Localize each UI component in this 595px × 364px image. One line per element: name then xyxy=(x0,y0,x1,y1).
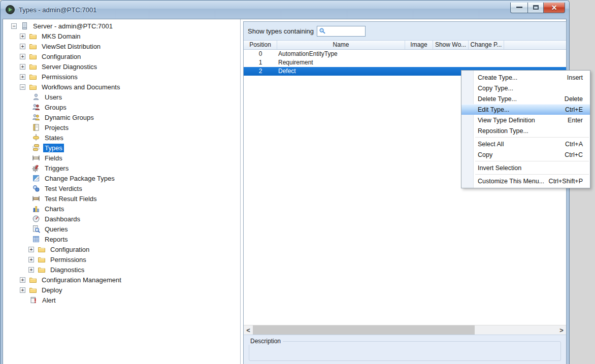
expand-toggle-icon[interactable]: + xyxy=(20,54,25,59)
cell xyxy=(433,58,469,67)
column-header-name[interactable]: Name xyxy=(277,41,405,49)
expand-toggle-icon[interactable]: + xyxy=(20,74,25,80)
tree-item-label: Change Package Types xyxy=(43,174,116,183)
minimize-icon xyxy=(516,7,522,8)
menu-item-copy-type[interactable]: Copy Type... xyxy=(461,83,590,93)
tree-item-label: Server Diagnostics xyxy=(40,62,98,71)
tree-item-reports[interactable]: Reports xyxy=(3,234,240,244)
test-result-fields-icon xyxy=(32,194,40,203)
expand-toggle-icon[interactable]: + xyxy=(28,247,34,252)
column-header-change-p[interactable]: Change P... xyxy=(469,41,504,49)
tree-item-mks-domain[interactable]: +MKS Domain xyxy=(3,31,240,41)
menu-item-delete-type[interactable]: Delete Type...Delete xyxy=(461,93,590,104)
tree-item-permissions[interactable]: +Permissions xyxy=(3,254,240,264)
tree-item-test-verdicts[interactable]: Test Verdicts xyxy=(3,183,240,193)
expand-toggle-icon[interactable]: + xyxy=(20,277,25,283)
expand-toggle-icon[interactable]: + xyxy=(20,287,25,293)
column-header-show-wo[interactable]: Show Wo... xyxy=(433,41,469,49)
menu-item-edit-type[interactable]: Edit Type...Ctrl+E xyxy=(461,104,590,115)
tree-item-fields[interactable]: Fields xyxy=(3,153,240,163)
tree-item-dynamic-groups[interactable]: Dynamic Groups xyxy=(3,112,240,122)
search-box[interactable] xyxy=(317,26,366,37)
menu-item-label: Create Type... xyxy=(478,74,567,81)
table-row-requirement[interactable]: 1Requirement xyxy=(244,58,566,67)
tree-item-configuration[interactable]: +Configuration xyxy=(3,244,240,254)
horizontal-scrollbar[interactable]: < > xyxy=(244,325,566,335)
expand-toggle-icon[interactable]: + xyxy=(20,44,25,49)
tree-item-states[interactable]: States xyxy=(3,133,240,143)
menu-item-reposition-type[interactable]: Reposition Type... xyxy=(461,125,590,136)
change-package-types-icon xyxy=(32,174,40,182)
scroll-left-button[interactable]: < xyxy=(244,325,253,335)
tree-item-server-admin-ptc-7001[interactable]: −Server - admin@PTC:7001 xyxy=(3,21,240,31)
tree-item-deploy[interactable]: +Deploy xyxy=(3,285,240,295)
tree-item-label: ViewSet Distribution xyxy=(40,42,102,51)
tree-item-dashboards[interactable]: Dashboards xyxy=(3,214,240,224)
cell xyxy=(433,50,469,58)
menu-item-view-type-definition[interactable]: View Type DefinitionEnter xyxy=(461,115,590,125)
folder-icon xyxy=(29,42,37,50)
tree-item-projects[interactable]: Projects xyxy=(3,122,240,133)
tree-item-users[interactable]: Users xyxy=(3,92,240,102)
search-input[interactable] xyxy=(327,27,362,36)
tree-item-configuration[interactable]: +Configuration xyxy=(3,51,240,61)
menu-item-label: Reposition Type... xyxy=(478,127,583,135)
folder-icon xyxy=(29,83,37,91)
tree-item-label: Test Result Fields xyxy=(43,194,98,203)
menu-item-select-all[interactable]: Select AllCtrl+A xyxy=(461,139,590,149)
expand-toggle-icon[interactable]: + xyxy=(28,257,34,262)
collapse-toggle-icon[interactable]: − xyxy=(11,23,17,29)
expand-toggle-icon[interactable]: + xyxy=(20,64,25,70)
tree-item-workflows-and-documents[interactable]: −Workflows and Documents xyxy=(3,82,240,92)
users-icon xyxy=(32,93,40,101)
window-title: Types - admin@PTC:7001 xyxy=(19,6,96,14)
tree-item-change-package-types[interactable]: Change Package Types xyxy=(3,173,240,183)
minimize-button[interactable] xyxy=(510,3,528,13)
close-button[interactable]: ✕ xyxy=(544,3,565,13)
menu-item-invert-selection[interactable]: Invert Selection xyxy=(461,162,590,173)
cell: AutomationEntityType xyxy=(277,50,405,58)
context-menu: Create Type...InsertCopy Type...Delete T… xyxy=(461,70,590,188)
tree-item-configuration-management[interactable]: +Configuration Management xyxy=(3,275,240,285)
cell: Requirement xyxy=(277,58,405,67)
tree-item-queries[interactable]: Queries xyxy=(3,224,240,234)
scroll-right-button[interactable]: > xyxy=(557,325,566,335)
tree-item-test-result-fields[interactable]: Test Result Fields xyxy=(3,193,240,204)
menu-item-copy[interactable]: CopyCtrl+C xyxy=(461,149,590,160)
expand-toggle-icon[interactable]: + xyxy=(20,34,25,39)
menu-item-label: Delete Type... xyxy=(478,95,565,103)
tree-item-groups[interactable]: Groups xyxy=(3,102,240,112)
tree-item-types[interactable]: Types xyxy=(3,143,240,153)
collapse-toggle-icon[interactable]: − xyxy=(20,84,25,90)
menu-item-label: Copy Type... xyxy=(478,85,583,92)
menu-item-customize-this-menu[interactable]: Customize This Menu...Ctrl+Shift+P xyxy=(461,176,590,186)
tree-item-triggers[interactable]: Triggers xyxy=(3,163,240,173)
maximize-button[interactable] xyxy=(528,3,544,13)
tree-item-permissions[interactable]: +Permissions xyxy=(3,72,240,82)
tree-item-diagnostics[interactable]: +Diagnostics xyxy=(3,264,240,275)
scroll-thumb[interactable] xyxy=(253,325,475,335)
window-controls: ✕ xyxy=(510,3,565,13)
cell xyxy=(469,58,504,67)
projects-icon xyxy=(32,123,40,131)
tree-item-label: Projects xyxy=(43,123,70,132)
folder-icon xyxy=(29,276,37,284)
menu-item-shortcut: Ctrl+Shift+P xyxy=(549,178,583,185)
table-row-automationentitytype[interactable]: 0AutomationEntityType xyxy=(244,50,566,58)
menu-item-create-type[interactable]: Create Type...Insert xyxy=(461,72,590,83)
tree-item-server-diagnostics[interactable]: +Server Diagnostics xyxy=(3,61,240,72)
folder-icon xyxy=(29,52,37,60)
groups-icon xyxy=(32,103,40,111)
menu-item-label: View Type Definition xyxy=(478,117,568,124)
filter-bar: Show types containing xyxy=(244,22,566,41)
titlebar[interactable]: Types - admin@PTC:7001 ✕ xyxy=(1,1,569,19)
tree-item-charts[interactable]: Charts xyxy=(3,204,240,214)
expand-toggle-icon[interactable]: + xyxy=(28,267,34,273)
column-header-position[interactable]: Position xyxy=(244,41,277,49)
tree-item-alert[interactable]: Alert xyxy=(3,295,240,305)
scroll-track[interactable] xyxy=(253,325,557,335)
tree-item-viewset-distribution[interactable]: +ViewSet Distribution xyxy=(3,41,240,51)
description-label: Description xyxy=(248,338,283,345)
folder-icon xyxy=(38,245,46,253)
column-header-image[interactable]: Image xyxy=(405,41,433,49)
